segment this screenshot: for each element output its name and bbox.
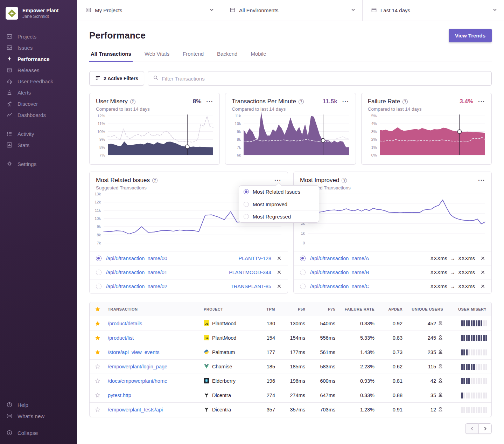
transaction-link[interactable]: /api/0/transaction_name/02 [106,284,167,289]
transaction-search[interactable] [148,71,492,86]
star-toggle[interactable] [90,378,106,384]
menu-item-most-improved[interactable]: Most Improved [239,198,319,210]
sidebar-item-collapse[interactable]: Collapse [0,427,77,438]
previous-page-button[interactable] [465,423,478,434]
transaction-link[interactable]: /empowerplant/login_page [108,364,167,369]
sidebar-item-discover[interactable]: Discover [0,98,77,109]
radio-icon[interactable] [300,284,306,289]
sidebar-item-stats[interactable]: Stats [0,139,77,151]
widget-menu-icon[interactable]: ··· [274,179,281,182]
project-name: Chamise [212,364,232,369]
menu-item-label: Most Related Issues [253,189,300,195]
card-title: Transactions Per Minute [232,98,296,105]
sidebar-item-dashboards[interactable]: Dashboards [0,109,77,120]
tab-web-vitals[interactable]: Web Vitals [143,48,171,62]
environment-selector[interactable]: All Environments [221,0,363,21]
project-selector[interactable]: My Projects [77,0,221,21]
sidebar-item-alerts[interactable]: Alerts [0,87,77,98]
radio-icon[interactable] [96,284,102,289]
close-icon[interactable] [277,270,281,275]
org-switcher[interactable]: Empower Plant Jane Schmidt [0,5,77,22]
column-header[interactable]: UNIQUE USERS [405,307,445,311]
card-menu-icon[interactable]: ··· [206,100,213,103]
transaction-link[interactable]: /store/api_view_events [108,349,160,355]
close-icon[interactable] [481,270,485,275]
p50-value: 196ms [277,378,307,384]
star-toggle[interactable] [90,364,106,369]
tab-backend[interactable]: Backend [216,48,239,62]
transaction-link[interactable]: /docs/empowerplant/home [108,378,167,384]
next-page-button[interactable] [478,423,492,434]
sidebar-item-activity[interactable]: Activity [0,128,77,139]
close-icon[interactable] [481,256,485,261]
sidebar-item-help[interactable]: Help [0,399,77,410]
star-toggle[interactable] [90,407,106,412]
tab-frontend[interactable]: Frontend [181,48,205,62]
card-menu-icon[interactable]: ··· [478,100,485,103]
sidebar-item-label: Stats [18,142,29,148]
issue-link[interactable]: PLANTTV-128 [239,256,272,261]
issue-link[interactable]: TRANSPLANT-85 [231,284,271,289]
user-icon [438,378,443,384]
close-icon[interactable] [481,284,485,289]
column-header[interactable]: P75 [307,307,337,311]
help-icon[interactable]: ? [130,99,135,104]
p50-value: 154ms [277,335,307,341]
star-toggle[interactable] [90,335,106,341]
transaction-link[interactable]: /api/0/transaction_name/00 [106,256,167,261]
column-header[interactable]: TRANSACTION [106,307,202,311]
radio-icon[interactable] [244,214,249,219]
radio-icon[interactable] [244,189,249,194]
search-input[interactable] [162,76,486,82]
transaction-link[interactable]: /product/list [108,335,134,341]
help-icon[interactable]: ? [299,99,304,104]
star-toggle[interactable] [90,349,106,355]
column-header[interactable]: FAILURE RATE [337,307,377,311]
transaction-link[interactable]: pytest.http [108,393,131,398]
help-icon[interactable]: ? [402,99,408,104]
close-icon[interactable] [277,256,281,261]
column-header[interactable]: PROJECT [202,307,254,311]
card-menu-icon[interactable]: ··· [342,100,349,103]
radio-icon[interactable] [96,256,102,261]
plant-platform-icon [204,407,209,413]
star-toggle[interactable] [90,321,106,326]
sidebar-item-user-feedback[interactable]: User Feedback [0,76,77,87]
sidebar-item-projects[interactable]: Projects [0,31,77,42]
transaction-link[interactable]: /empowerplant_tests/api [108,407,163,412]
plant-platform-icon [204,392,209,399]
tab-all-transactions[interactable]: All Transactions [89,48,133,62]
sidebar-item-label: Performance [18,56,50,62]
sidebar-item-releases[interactable]: Releases [0,64,77,76]
sidebar-item-performance[interactable]: Performance [0,53,77,64]
date-range-selector[interactable]: Last 14 days [363,0,504,21]
radio-icon[interactable] [96,270,102,275]
transaction-link[interactable]: /api/0/transaction_name/A [310,256,369,261]
menu-item-most-related-issues[interactable]: Most Related Issues [239,186,319,198]
radio-icon[interactable] [300,256,306,261]
help-icon[interactable]: ? [152,178,158,183]
transaction-link[interactable]: /api/0/transaction_name/B [310,270,369,275]
sidebar-item-settings[interactable]: Settings [0,158,77,169]
issue-link[interactable]: PLANTMOOD-344 [229,270,271,275]
sidebar-item-issues[interactable]: Issues [0,42,77,53]
column-header[interactable]: APDEX [377,307,405,311]
column-header[interactable]: P50 [277,307,307,311]
radio-icon[interactable] [300,270,306,275]
view-trends-button[interactable]: View Trends [449,29,492,42]
star-toggle[interactable] [90,393,106,398]
tab-mobile[interactable]: Mobile [249,48,267,62]
menu-item-most-regressed[interactable]: Most Regressed [239,210,319,222]
radio-icon[interactable] [244,202,249,207]
sidebar-item-what-s-new[interactable]: What's new [0,410,77,422]
close-icon[interactable] [277,284,281,289]
widget-menu-icon[interactable]: ··· [478,179,485,182]
star-column-header[interactable] [90,306,106,312]
transaction-link[interactable]: /api/0/transaction_name/C [310,284,369,289]
transaction-link[interactable]: /product/details [108,321,142,326]
column-header[interactable]: USER MISERY [445,307,491,311]
active-filters-button[interactable]: 2 Active Filters [89,71,144,86]
transaction-link[interactable]: /api/0/transaction_name/01 [106,270,167,275]
help-icon[interactable]: ? [342,178,347,183]
column-header[interactable]: TPM [254,307,277,311]
